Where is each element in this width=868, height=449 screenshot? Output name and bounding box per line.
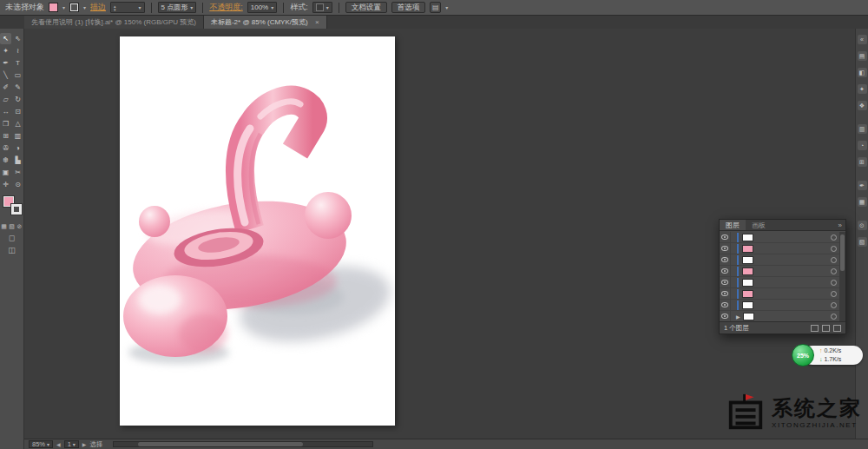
visibility-eye-icon[interactable]: [721, 280, 728, 285]
target-circle-icon[interactable]: [831, 314, 837, 320]
new-layer-icon[interactable]: [822, 325, 830, 332]
target-circle-icon[interactable]: [831, 234, 837, 241]
type-tool[interactable]: T: [12, 57, 23, 69]
screen-mode-button[interactable]: ◫: [5, 246, 19, 254]
chevron-down-icon[interactable]: ▾: [47, 441, 49, 448]
preferences-button[interactable]: 首选项: [391, 2, 426, 13]
appearance-panel-icon[interactable]: ⊞: [858, 157, 867, 167]
next-artboard-icon[interactable]: ▶: [82, 441, 87, 447]
target-circle-icon[interactable]: [831, 257, 837, 263]
opacity-label[interactable]: 不透明度:: [209, 2, 243, 13]
visibility-eye-icon[interactable]: [721, 257, 728, 262]
lasso-tool[interactable]: ≀: [12, 45, 23, 56]
chevron-down-icon[interactable]: ▾: [445, 4, 448, 10]
scrollbar-thumb[interactable]: [840, 234, 845, 271]
column-graph-tool[interactable]: ▙: [12, 155, 23, 166]
none-button[interactable]: ⊘: [16, 223, 23, 230]
target-circle-icon[interactable]: [831, 280, 837, 286]
target-circle-icon[interactable]: [831, 246, 837, 252]
scrollbar-thumb[interactable]: [138, 442, 303, 446]
layer-thumbnail[interactable]: [743, 313, 754, 320]
stroke-color-swatch[interactable]: [11, 204, 22, 215]
rectangle-tool[interactable]: ▭: [12, 69, 23, 81]
hand-tool[interactable]: ✛: [0, 179, 11, 190]
layer-thumbnail[interactable]: [742, 301, 753, 309]
perspective-grid-tool[interactable]: △: [12, 118, 23, 129]
brushes-panel-icon[interactable]: ✦: [858, 84, 867, 94]
shape-builder-tool[interactable]: ❒: [0, 118, 11, 129]
layer-row[interactable]: [720, 254, 839, 266]
stroke-width-combo[interactable]: ▴▾ ▾: [110, 2, 145, 13]
collapse-panel-icon[interactable]: »: [835, 220, 845, 230]
swatches-panel-icon[interactable]: ◧: [858, 68, 867, 77]
chevron-down-icon[interactable]: ▾: [271, 4, 273, 10]
layer-row[interactable]: [720, 277, 839, 288]
prev-artboard-icon[interactable]: ◀: [56, 441, 61, 447]
disclosure-triangle-icon[interactable]: ▶: [736, 314, 740, 320]
layer-thumbnail[interactable]: [742, 256, 753, 264]
selection-tool[interactable]: ↖: [0, 33, 11, 44]
layers-scrollbar[interactable]: [839, 232, 845, 321]
layer-thumbnail[interactable]: [742, 245, 753, 253]
layers-panel-icon[interactable]: ▦: [858, 197, 867, 207]
chevron-down-icon[interactable]: ▾: [139, 4, 141, 10]
align-options-icon[interactable]: ▤: [430, 2, 441, 13]
layer-thumbnail[interactable]: [742, 234, 753, 241]
chevron-down-icon[interactable]: ▾: [62, 4, 65, 10]
layer-row[interactable]: [720, 300, 839, 311]
gradient-button[interactable]: ▧: [9, 223, 16, 230]
visibility-eye-icon[interactable]: [721, 291, 728, 296]
zoom-tool[interactable]: ⊙: [12, 179, 23, 190]
width-tool[interactable]: ↔: [0, 106, 11, 117]
layer-row[interactable]: ▶: [720, 311, 839, 321]
layer-row[interactable]: [720, 243, 839, 254]
network-speed-widget[interactable]: 25% ↑ 0.2K/s ↓ 1.7K/s: [792, 344, 863, 366]
draw-mode-button[interactable]: ◻: [5, 234, 19, 242]
line-segment-tool[interactable]: ╲: [0, 69, 11, 81]
brush-definition-value[interactable]: 5 点圆形: [161, 3, 188, 12]
stepper-arrows-icon[interactable]: ▴▾: [114, 4, 116, 11]
artboard[interactable]: [120, 36, 395, 426]
brush-definition-combo[interactable]: 5 点圆形 ▾: [158, 2, 197, 13]
target-circle-icon[interactable]: [831, 302, 837, 308]
eraser-tool[interactable]: ▱: [0, 94, 11, 105]
tab-artboards[interactable]: 画板: [746, 220, 772, 230]
close-icon[interactable]: ×: [315, 18, 319, 26]
libraries-panel-icon[interactable]: ▧: [858, 237, 867, 247]
tab-layers[interactable]: 图层: [720, 220, 746, 230]
paintbrush-tool[interactable]: ✐: [0, 82, 11, 93]
chevron-down-icon[interactable]: ▾: [190, 4, 193, 10]
chevron-down-icon[interactable]: ▾: [326, 4, 329, 10]
document-tab-2[interactable]: 未标题-2* @ 85% (CMYK/预览) ×: [204, 16, 327, 29]
symbol-sprayer-tool[interactable]: ❆: [0, 155, 11, 166]
graphic-styles-panel-icon[interactable]: ✒: [858, 181, 867, 190]
opacity-value[interactable]: 100%: [251, 3, 268, 11]
layer-row[interactable]: [720, 288, 839, 300]
target-circle-icon[interactable]: [831, 291, 837, 297]
gradient-tool[interactable]: ▥: [12, 130, 23, 142]
rotate-tool[interactable]: ↻: [12, 94, 23, 105]
make-clipping-mask-icon[interactable]: [811, 325, 819, 332]
layer-thumbnail[interactable]: [742, 267, 753, 275]
fill-color-swatch[interactable]: [49, 3, 58, 12]
visibility-eye-icon[interactable]: [721, 302, 728, 307]
pen-tool[interactable]: ✒: [0, 57, 11, 69]
transparency-panel-icon[interactable]: ◔: [858, 141, 867, 150]
free-transform-tool[interactable]: ⊡: [12, 106, 23, 117]
opacity-combo[interactable]: 100% ▾: [247, 2, 277, 13]
mesh-tool[interactable]: ⊞: [0, 130, 11, 142]
stroke-color-swatch[interactable]: [69, 3, 79, 12]
layer-row[interactable]: [720, 232, 839, 243]
stroke-panel-icon[interactable]: ▥: [858, 124, 867, 134]
document-setup-button[interactable]: 文档设置: [345, 2, 387, 13]
layer-row[interactable]: [720, 266, 839, 277]
chevron-down-icon[interactable]: ▾: [73, 441, 76, 448]
pencil-tool[interactable]: ✎: [12, 82, 23, 93]
visibility-eye-icon[interactable]: [721, 314, 728, 319]
visibility-eye-icon[interactable]: [721, 234, 728, 240]
slice-tool[interactable]: ✂: [12, 167, 23, 178]
battery-percent-badge[interactable]: 25%: [792, 344, 814, 366]
magic-wand-tool[interactable]: ✦: [0, 45, 11, 56]
style-combo[interactable]: ▾: [312, 2, 332, 13]
document-tab-1[interactable]: 先看使用说明 (1) [转换].ai* @ 150% (RGB/GPU 预览): [24, 16, 204, 29]
